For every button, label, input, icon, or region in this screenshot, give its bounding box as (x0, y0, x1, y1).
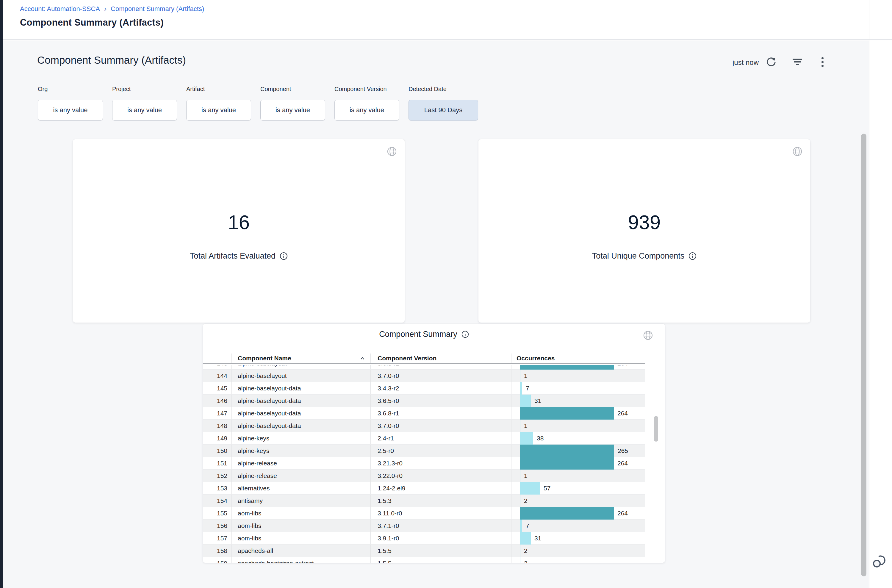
table-row: 153alternatives1.24-2.el957 (203, 482, 645, 495)
occurrences-cell: 31 (511, 532, 645, 544)
occurrence-value: 264 (618, 460, 628, 467)
globe-icon[interactable] (643, 330, 653, 340)
table-row: 149alpine-keys2.4-r138 (203, 432, 645, 445)
filter-component-button[interactable]: is any value (260, 100, 325, 120)
dashboard-title: Component Summary (Artifacts) (37, 54, 186, 66)
row-index: 144 (203, 370, 231, 382)
filter-component-version-button[interactable]: is any value (334, 100, 399, 120)
row-index: 154 (203, 495, 231, 507)
total-components-label: Total Unique Components (592, 252, 685, 260)
component-version-cell: 3.21.3-r0 (370, 457, 511, 469)
occurrences-cell: 57 (511, 482, 645, 494)
dashboard-filters-button[interactable] (791, 56, 804, 69)
occurrence-value: 7 (526, 385, 529, 392)
component-name-cell: alternatives (231, 482, 370, 494)
occurrences-cell: 1 (511, 470, 645, 482)
globe-icon[interactable] (792, 146, 802, 156)
component-name-cell: alpine-baselayout (231, 365, 370, 369)
collapsed-nav-rail (0, 0, 3, 588)
occurrence-bar (520, 519, 522, 532)
component-name-cell: aom-libs (231, 507, 370, 519)
occurrences-cell: 264 (511, 407, 645, 419)
component-summary-card: Component Summary Component Name Compone… (203, 324, 665, 563)
table-header-row: Component Name Component Version Occurre… (203, 354, 645, 364)
occurrence-value: 264 (618, 510, 628, 517)
occurrences-cell: 1 (511, 370, 645, 382)
occurrences-cell: 2 (511, 544, 645, 557)
occurrences-cell: 7 (511, 519, 645, 532)
occurrence-value: 31 (534, 535, 541, 542)
table-row: 151alpine-release3.21.3-r0264 (203, 457, 645, 470)
component-version-cell: 1.5.5 (370, 557, 511, 563)
dashboard-actions-button[interactable] (816, 56, 829, 69)
globe-icon[interactable] (387, 146, 397, 156)
breadcrumb: Account: Automation-SSCA › Component Sum… (20, 5, 204, 13)
occurrence-bar (520, 370, 520, 382)
row-index: 146 (203, 394, 231, 407)
filter-group: Artifactis any value (186, 86, 251, 120)
occurrence-value: 57 (544, 485, 550, 492)
page-header: Account: Automation-SSCA › Component Sum… (3, 0, 892, 40)
occurrence-value: 2 (524, 497, 528, 504)
component-version-column-header[interactable]: Component Version (370, 354, 511, 363)
component-name-cell: alpine-baselayout-data (231, 407, 370, 419)
occurrence-bar (520, 532, 531, 544)
filter-detected-date-button[interactable]: Last 90 Days (409, 100, 478, 120)
refresh-button[interactable] (765, 56, 778, 69)
component-name-cell: alpine-baselayout-data (231, 420, 370, 432)
row-index: 150 (203, 445, 231, 457)
occurrences-column-header[interactable]: Occurrences (511, 354, 645, 363)
table-row: 143alpine-baselayout3.6.8-r1264 (203, 365, 645, 370)
filter-org-button[interactable]: is any value (38, 100, 103, 120)
component-name-cell: alpine-release (231, 457, 370, 469)
info-icon[interactable] (462, 331, 469, 338)
component-name-column-header[interactable]: Component Name (231, 354, 370, 363)
filter-label: Component Version (334, 86, 399, 93)
column-divider (645, 354, 645, 563)
filters-row: Orgis any valueProjectis any valueArtifa… (38, 86, 478, 120)
table-row: 159apacheds-bootstrap-extract1.5.52 (203, 557, 645, 563)
page-scrollbar-thumb[interactable] (861, 134, 867, 576)
support-chat-button[interactable] (871, 552, 888, 570)
table-scrollbar-thumb[interactable] (654, 416, 658, 442)
breadcrumb-account-link[interactable]: Account: Automation-SSCA (20, 5, 100, 13)
row-index: 151 (203, 457, 231, 469)
component-version-cell: 3.9.1-r0 (370, 532, 511, 544)
component-version-cell: 3.6.8-r1 (370, 365, 511, 369)
occurrence-value: 1 (524, 422, 528, 429)
row-index: 153 (203, 482, 231, 494)
occurrences-cell: 7 (511, 382, 645, 394)
filter-label: Org (38, 86, 103, 93)
occurrence-value: 7 (526, 522, 529, 530)
filter-artifact-button[interactable]: is any value (186, 100, 251, 120)
filter-label: Project (112, 86, 177, 93)
table-row: 145alpine-baselayout-data3.4.3-r27 (203, 382, 645, 394)
info-icon[interactable] (280, 252, 288, 260)
breadcrumb-dashboard-link[interactable]: Component Summary (Artifacts) (111, 5, 204, 13)
component-version-cell: 1.24-2.el9 (370, 482, 511, 494)
occurrences-cell: 264 (511, 457, 645, 469)
filter-group: Projectis any value (112, 86, 177, 120)
filter-icon (793, 58, 802, 65)
component-name-cell: alpine-baselayout (231, 370, 370, 382)
table-row: 150alpine-keys2.5-r0265 (203, 445, 645, 457)
table-row: 158apacheds-all1.5.52 (203, 544, 645, 557)
occurrences-cell: 264 (511, 365, 645, 369)
component-version-cell: 3.6.5-r0 (370, 394, 511, 407)
component-version-cell: 3.22.0-r0 (370, 470, 511, 482)
info-icon[interactable] (688, 252, 697, 260)
row-index: 156 (203, 519, 231, 532)
component-version-cell: 2.4-r1 (370, 432, 511, 444)
filter-label: Component (260, 86, 325, 93)
component-name-cell: alpine-baselayout-data (231, 382, 370, 394)
occurrence-bar (520, 507, 614, 519)
occurrence-value: 265 (618, 447, 628, 454)
filter-label: Artifact (186, 86, 251, 93)
occurrence-bar (520, 432, 533, 445)
sort-asc-icon (360, 357, 365, 360)
row-index: 147 (203, 407, 231, 419)
component-version-cell: 1.5.5 (370, 544, 511, 557)
filter-project-button[interactable]: is any value (112, 100, 177, 120)
total-components-value: 939 (478, 210, 810, 235)
component-name-cell: aom-libs (231, 519, 370, 532)
